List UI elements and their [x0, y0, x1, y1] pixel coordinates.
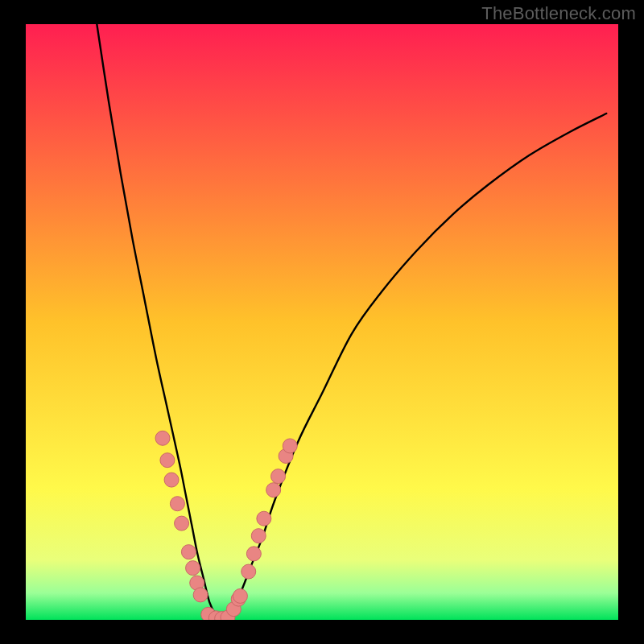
- data-point: [283, 439, 297, 453]
- data-point: [266, 483, 281, 497]
- data-point: [155, 431, 170, 445]
- frame-left: [0, 0, 26, 644]
- data-point: [160, 453, 175, 468]
- data-point: [257, 511, 271, 526]
- data-point: [164, 473, 179, 487]
- chart-svg: [0, 0, 644, 644]
- data-point: [233, 588, 247, 603]
- watermark-text: TheBottleneck.com: [481, 3, 636, 24]
- data-point: [186, 561, 200, 576]
- plot-background: [26, 24, 618, 620]
- data-point: [181, 545, 196, 559]
- data-point: [170, 497, 184, 511]
- frame-bottom: [0, 620, 644, 644]
- data-point: [175, 516, 189, 530]
- frame-right: [618, 0, 644, 644]
- data-point: [251, 529, 266, 543]
- data-point: [246, 547, 261, 561]
- data-point: [242, 564, 256, 579]
- chart-wrapper: TheBottleneck.com: [0, 0, 644, 644]
- data-point: [271, 469, 286, 484]
- data-point: [193, 588, 208, 602]
